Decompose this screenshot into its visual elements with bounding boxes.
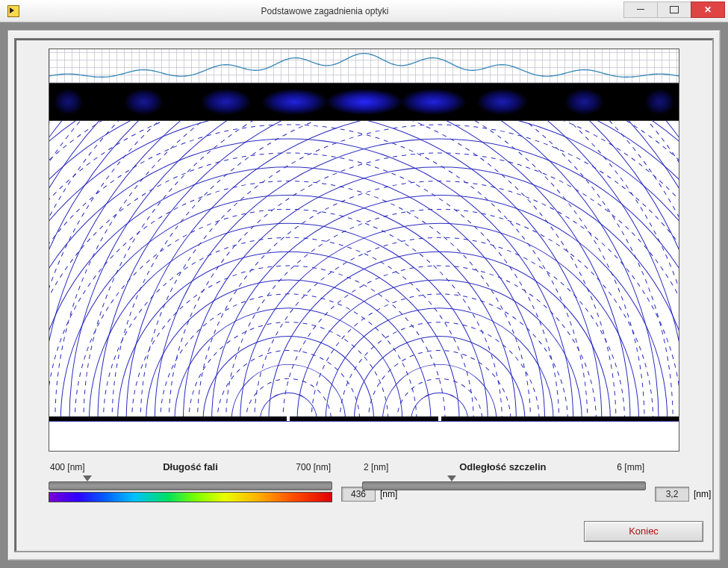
wavelength-min-label: 400 [nm] <box>50 462 85 472</box>
slit-distance-value: 3,2 <box>655 487 689 502</box>
slit-distance-min-label: 2 [nm] <box>364 462 388 472</box>
slit-distance-labels: 2 [nm] Odległość szczelin 6 [mm] <box>362 461 646 472</box>
wave-propagation <box>49 121 679 421</box>
app-icon <box>7 5 19 17</box>
wavelength-slider-thumb[interactable] <box>83 475 92 481</box>
slit-distance-slider-thumb[interactable] <box>447 475 456 481</box>
intensity-curve <box>49 49 679 84</box>
close-window-button[interactable] <box>691 1 725 18</box>
slit-distance-slider[interactable] <box>362 478 646 490</box>
wavelength-control: 400 [nm] Długość fali 700 [nm] 436 [nm] <box>49 461 332 521</box>
client-area: 400 [nm] Długość fali 700 [nm] 436 [nm] <box>7 30 721 561</box>
close-button[interactable]: Koniec <box>584 521 703 542</box>
maximize-button[interactable] <box>657 1 691 18</box>
window-buttons <box>624 1 725 18</box>
titlebar: Podstawowe zagadnienia optyki <box>0 0 728 22</box>
controls-row: 400 [nm] Długość fali 700 [nm] 436 [nm] <box>49 461 679 528</box>
slit-distance-slider-bar <box>362 481 646 490</box>
minimize-button[interactable] <box>623 1 658 18</box>
wavelength-slider[interactable] <box>49 478 332 490</box>
fringe-pattern <box>49 84 679 121</box>
slit-distance-control: 2 [nm] Odległość szczelin 6 [mm] 3,2 [nm… <box>362 461 646 521</box>
app-window: Podstawowe zagadnienia optyki <box>0 0 728 568</box>
wavelength-labels: 400 [nm] Długość fali 700 [nm] <box>49 461 332 472</box>
inner-panel: 400 [nm] Długość fali 700 [nm] 436 [nm] <box>14 38 714 552</box>
incident-region <box>49 421 679 451</box>
spectrum-bar <box>49 492 332 502</box>
wavelength-slider-bar <box>49 481 332 490</box>
window-title: Podstawowe zagadnienia optyki <box>25 6 624 16</box>
slit-distance-label: Odległość szczelin <box>459 461 546 472</box>
wavelength-label: Długość fali <box>163 461 218 472</box>
wavelength-max-label: 700 [nm] <box>296 462 331 472</box>
slit-distance-max-label: 6 [mm] <box>617 462 644 472</box>
simulation-graph <box>49 49 679 452</box>
slit-distance-unit: [nm] <box>694 489 711 499</box>
